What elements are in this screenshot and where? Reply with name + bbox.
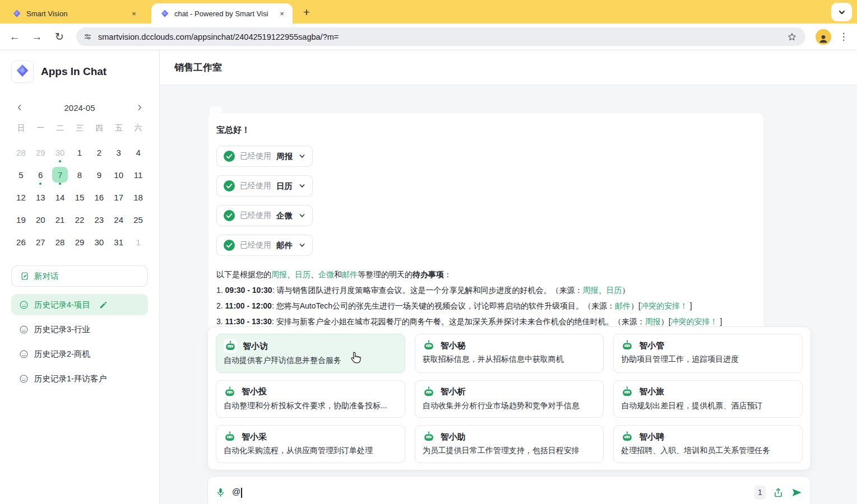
calendar-day[interactable]: 4 [128, 141, 148, 164]
calendar-day[interactable]: 30 [50, 141, 70, 164]
sidebar-item-history-1[interactable]: 历史记录1-拜访客户 [11, 368, 148, 389]
agent-card-智小管[interactable]: 智小管协助项目管理工作，追踪项目进度 [613, 334, 803, 373]
message-input[interactable]: @ [232, 487, 242, 497]
back-button[interactable]: ← [4, 27, 25, 47]
upload-icon[interactable] [773, 487, 784, 498]
calendar-day[interactable]: 27 [31, 231, 50, 253]
calendar-day-number: 26 [13, 234, 29, 250]
inline-link[interactable]: 冲突的安排！ [671, 317, 718, 326]
calendar-day-number: 29 [33, 144, 48, 160]
history-item-label: 历史记录2-商机 [34, 349, 90, 360]
calendar-day[interactable]: 29 [31, 141, 50, 164]
inline-link[interactable]: 邮件 [615, 301, 631, 310]
agent-card-智小析[interactable]: 智小析自动收集并分析行业市场趋势和竞争对手信息 [415, 380, 604, 418]
tab-close-icon[interactable]: × [277, 8, 287, 18]
agent-card-智小旅[interactable]: 智小旅自动规划出差日程，提供机票、酒店预订 [613, 380, 803, 418]
sidebar-item-history-4[interactable]: 历史记录4-项目 [11, 294, 148, 315]
robot-icon [621, 339, 633, 352]
calendar-day[interactable]: 14 [50, 186, 70, 208]
calendar-day[interactable]: 29 [70, 231, 90, 253]
inline-link[interactable]: 周报 [645, 317, 661, 326]
calendar-day-number: 1 [131, 234, 146, 250]
refresh-button[interactable]: ↻ [49, 27, 70, 47]
forward-button[interactable]: → [27, 27, 47, 47]
agent-card-智小秘[interactable]: 智小秘获取招标信息，并从招标信息中获取商机 [415, 334, 604, 373]
calendar-day[interactable]: 2 [89, 141, 109, 164]
edit-icon[interactable] [99, 301, 108, 309]
calendar-day[interactable]: 13 [31, 186, 50, 208]
inline-link[interactable]: 周报 [271, 270, 287, 279]
profile-avatar[interactable] [816, 29, 831, 45]
calendar-day[interactable]: 16 [89, 186, 109, 208]
agent-card-智小助[interactable]: 智小助为员工提供日常工作管理支持，包括日程安排 [415, 425, 604, 463]
used-tool-button[interactable]: 已经使用日历 [216, 175, 313, 197]
calendar-day[interactable]: 10 [109, 164, 128, 186]
sidebar-item-history-3[interactable]: 历史记录3-行业 [11, 319, 148, 340]
calendar-day[interactable]: 20 [31, 208, 50, 231]
calendar-day[interactable]: 3 [109, 141, 128, 164]
chat-input-bar[interactable]: @ 1 [207, 476, 811, 504]
tab-close-icon[interactable]: × [129, 8, 139, 18]
calendar-day[interactable]: 21 [50, 208, 70, 231]
calendar-day[interactable]: 1 [128, 231, 148, 253]
check-circle-icon [224, 151, 235, 162]
calendar-prev-button[interactable] [13, 101, 26, 114]
chat-smiley-icon [19, 325, 29, 334]
calendar-day[interactable]: 22 [70, 208, 90, 231]
calendar-weekday: 日 [11, 118, 31, 139]
bookmark-star-icon[interactable] [784, 29, 800, 45]
calendar-day[interactable]: 15 [70, 186, 90, 208]
calendar-day[interactable]: 25 [128, 208, 148, 231]
inline-link[interactable]: 周报 [582, 286, 598, 295]
tool-name: 日历 [276, 181, 293, 192]
tab-chat[interactable]: chat - Powered by Smart Visi × [151, 3, 293, 24]
inline-link[interactable]: 日历 [606, 286, 622, 295]
tab-search-button[interactable] [831, 3, 852, 21]
calendar-day[interactable]: 19 [11, 208, 31, 231]
calendar-day[interactable]: 23 [89, 208, 109, 231]
used-tool-button[interactable]: 已经使用邮件 [216, 235, 313, 256]
calendar-day[interactable]: 11 [128, 164, 148, 186]
send-icon[interactable] [791, 487, 803, 498]
text-segment: ）[ [661, 317, 671, 326]
calendar-day[interactable]: 26 [11, 231, 31, 253]
agent-card-智小访[interactable]: 智小访自动提供客户拜访信息并整合服务 [216, 334, 405, 373]
edit-icon[interactable] [99, 301, 108, 309]
history-item-label: 历史记录1-拜访客户 [34, 374, 106, 384]
inline-link[interactable]: 邮件 [342, 270, 358, 279]
site-info-icon[interactable] [83, 32, 92, 41]
microphone-icon[interactable] [216, 487, 225, 498]
calendar-day[interactable]: 9 [89, 164, 109, 186]
inline-link[interactable]: 日历 [295, 270, 311, 279]
browser-menu-button[interactable]: ⋮ [837, 28, 850, 46]
calendar-day[interactable]: 18 [128, 186, 148, 208]
history-list: 历史记录4-项目历史记录3-行业历史记录2-商机历史记录1-拜访客户 [11, 294, 148, 389]
new-chat-button[interactable]: 新对话 [11, 265, 148, 287]
calendar-day[interactable]: 30 [89, 231, 109, 253]
calendar-day[interactable]: 7 [50, 164, 70, 186]
calendar-day[interactable]: 28 [50, 231, 70, 253]
used-tool-button[interactable]: 已经使用企微 [216, 205, 313, 226]
agent-card-智小聘[interactable]: 智小聘处理招聘、入职、培训和员工关系管理任务 [613, 425, 803, 463]
calendar-day[interactable]: 1 [70, 141, 90, 164]
agent-card-智小投[interactable]: 智小投自动整理和分析投标文件要求，协助准备投标... [216, 380, 405, 418]
calendar-day[interactable]: 6 [31, 164, 50, 186]
calendar-day[interactable]: 8 [70, 164, 90, 186]
calendar-day[interactable]: 12 [11, 186, 31, 208]
calendar-day[interactable]: 28 [11, 141, 31, 164]
greeting-text: 宝总好！ [216, 125, 756, 136]
calendar-next-button[interactable] [133, 101, 146, 114]
used-tool-button[interactable]: 已经使用周报 [216, 146, 313, 167]
tab-smart-vision[interactable]: Smart Vision × [3, 3, 145, 24]
inline-link[interactable]: 冲突的安排！ [641, 301, 688, 310]
calendar-day[interactable]: 31 [109, 231, 128, 253]
calendar-day[interactable]: 5 [11, 164, 31, 186]
sidebar-item-history-2[interactable]: 历史记录2-商机 [11, 343, 148, 365]
address-bar[interactable]: smartvision.dcclouds.com/appsinchat/2404… [76, 27, 805, 46]
inline-link[interactable]: 企微 [318, 270, 334, 279]
new-tab-button[interactable]: + [298, 4, 315, 21]
agent-card-智小采[interactable]: 智小采自动化采购流程，从供应商管理到订单处理 [216, 425, 405, 463]
calendar-day[interactable]: 17 [109, 186, 128, 208]
robot-icon [224, 339, 237, 353]
calendar-day[interactable]: 24 [109, 208, 128, 231]
